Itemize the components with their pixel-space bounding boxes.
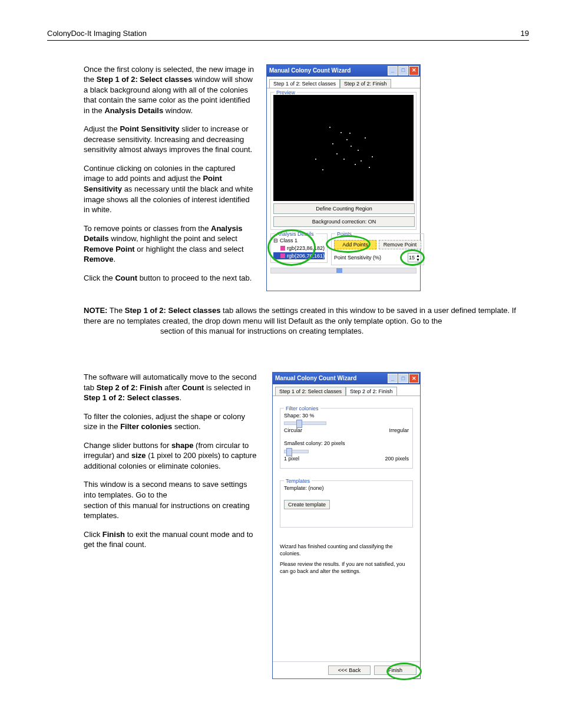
maximize-icon[interactable]: □ (398, 66, 408, 75)
define-region-button[interactable]: Define Counting Region (273, 203, 415, 214)
tab-step1[interactable]: Step 1 of 2: Select classes (275, 387, 346, 396)
create-template-button[interactable]: Create template (284, 500, 330, 509)
close-icon[interactable]: ✕ (409, 374, 419, 383)
tree-rgb1[interactable]: rgb(223,86,182) (273, 245, 325, 252)
sensitivity-label: Point Sensitivity (%) (334, 254, 381, 261)
shape-slider[interactable] (284, 421, 326, 425)
smallest-label: Smallest colony: 20 pixels (284, 440, 409, 447)
minimize-icon[interactable]: _ (388, 374, 398, 383)
tab-step1[interactable]: Step 1 of 2: Select classes (269, 79, 340, 88)
para: Once the first colony is selected, the n… (84, 64, 254, 116)
note: NOTE: The Step 1 of 2: Select classes ta… (47, 305, 529, 337)
template-none: Template: (none) (284, 485, 409, 492)
close-icon[interactable]: ✕ (409, 66, 419, 75)
para: Click the Count button to proceed to the… (84, 273, 254, 284)
background-correction-button[interactable]: Background correction: ON (273, 216, 415, 227)
points-label: Points (335, 230, 353, 238)
para: This window is a second means to save se… (84, 479, 260, 521)
para: To filter the colonies, adjust the shape… (84, 411, 260, 432)
wizard-msg1: Wizard has finished counting and classif… (280, 543, 413, 557)
para: Click Finish to exit the manual count mo… (84, 529, 260, 550)
wizard-step1-screenshot: Manual Colony Count Wizard _ □ ✕ Step 1 … (266, 64, 421, 292)
tab-step2[interactable]: Step 2 of 2: Finish (346, 387, 397, 396)
wizard-msg2: Please review the results. If you are no… (280, 561, 413, 575)
maximize-icon[interactable]: □ (398, 374, 408, 383)
sensitivity-spinner[interactable]: 15 ▲▼ (408, 253, 421, 262)
para: Continue clicking on colonies in the cap… (84, 163, 254, 215)
add-points-button[interactable]: Add Points (334, 240, 376, 249)
window-title: Manual Colony Count Wizard (275, 374, 356, 383)
analysis-details-label: Analysis Details (275, 230, 316, 238)
tree-rgb2[interactable]: rgb(206,76,161) (273, 252, 325, 259)
preview-image (273, 95, 414, 201)
para: To remove points or classes from the Ana… (84, 223, 254, 265)
para: Adjust the Point Sensitivity slider to i… (84, 124, 254, 155)
tree-class[interactable]: ⊟ Class 1 (273, 237, 325, 244)
page-number: 19 (521, 28, 529, 39)
back-button[interactable]: <<< Back (328, 666, 371, 675)
filter-colonies-label: Filter colonies (284, 405, 320, 412)
wizard-step2-screenshot: Manual Colony Count Wizard _ □ ✕ Step 1 … (272, 372, 421, 679)
para: The software will automatically move to … (84, 372, 260, 403)
doc-title: ColonyDoc-It Imaging Station (47, 28, 147, 39)
max-px-label: 200 pixels (385, 455, 409, 462)
remove-point-button[interactable]: Remove Point (379, 240, 421, 249)
para: Change slider buttons for shape (from ci… (84, 440, 260, 472)
size-slider[interactable] (284, 450, 309, 453)
window-title: Manual Colony Count Wizard (269, 67, 351, 75)
minimize-icon[interactable]: _ (388, 66, 398, 75)
finish-button[interactable]: Finish (374, 666, 416, 675)
templates-label: Templates (284, 477, 312, 485)
shape-label: Shape: 30 % (284, 412, 409, 419)
progress-bar (270, 268, 416, 274)
irregular-label: Irregular (389, 427, 409, 434)
tab-step2[interactable]: Step 2 of 2: Finish (340, 79, 391, 88)
